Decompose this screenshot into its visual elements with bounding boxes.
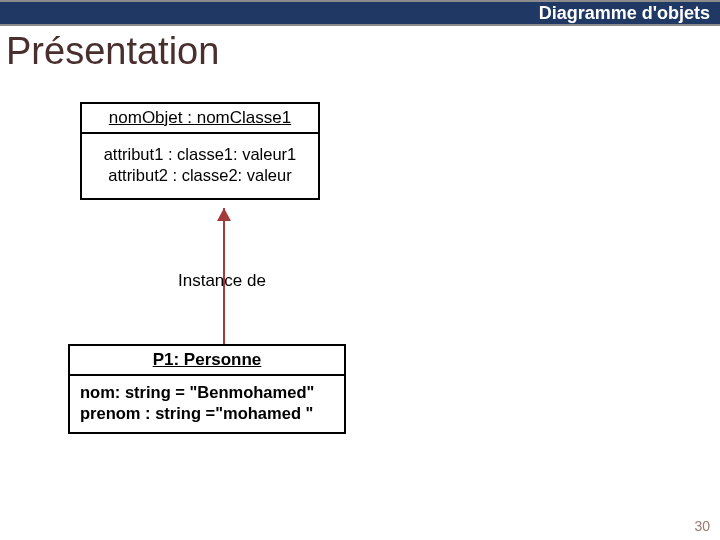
uml-object-attributes: attribut1 : classe1: valeur1 attribut2 :… xyxy=(82,134,318,198)
uml-object-title: P1: Personne xyxy=(70,346,344,376)
attribute-line: nom: string = "Benmohamed" xyxy=(80,382,334,403)
uml-object-attributes: nom: string = "Benmohamed" prenom : stri… xyxy=(70,376,344,432)
page-number: 30 xyxy=(694,518,710,534)
instance-arrow-head-icon xyxy=(217,208,231,221)
header-title: Diagramme d'objets xyxy=(539,3,710,23)
attribute-line: prenom : string ="mohamed " xyxy=(80,403,334,424)
uml-object-title-text: P1: Personne xyxy=(153,350,262,369)
instance-arrow-label: Instance de xyxy=(178,271,266,291)
uml-object-template: nomObjet : nomClasse1 attribut1 : classe… xyxy=(80,102,320,200)
uml-object-instance: P1: Personne nom: string = "Benmohamed" … xyxy=(68,344,346,434)
uml-object-title-text: nomObjet : nomClasse1 xyxy=(109,108,291,127)
uml-object-title: nomObjet : nomClasse1 xyxy=(82,104,318,134)
attribute-line: attribut1 : classe1: valeur1 xyxy=(92,144,308,165)
slide-header: Diagramme d'objets xyxy=(0,0,720,26)
section-title: Présentation xyxy=(0,26,720,81)
attribute-line: attribut2 : classe2: valeur xyxy=(92,165,308,186)
